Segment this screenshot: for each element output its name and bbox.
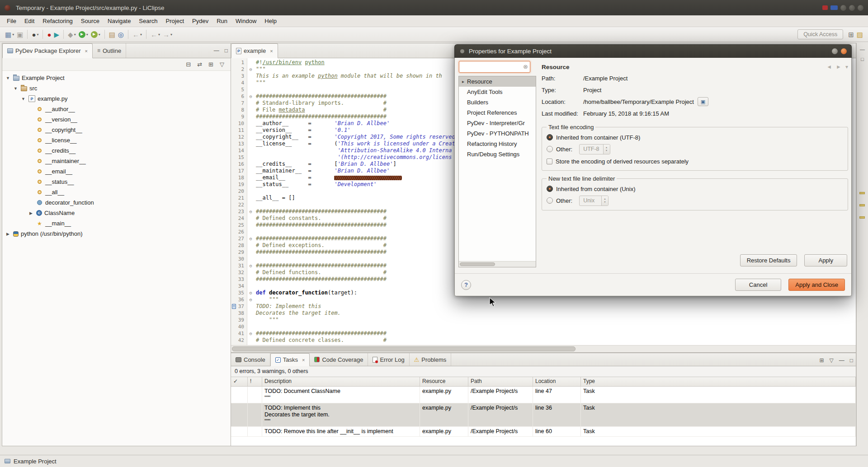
minimize-view-icon[interactable]: — — [214, 47, 219, 54]
radio-unchecked-icon[interactable] — [547, 197, 553, 204]
save-icon[interactable]: ▣ — [15, 29, 24, 40]
tree-item[interactable]: ▶CClassName — [2, 208, 231, 218]
tree-item[interactable]: ▼Pexample.py — [2, 93, 231, 104]
run-icon[interactable]: ▶▾ — [77, 29, 90, 40]
link-with-editor-icon[interactable]: ⇄ — [197, 61, 202, 68]
code-line[interactable]: 40 — [231, 323, 856, 330]
bottom-tab-problems[interactable]: Problems — [410, 353, 452, 366]
column-header-3[interactable]: Resource — [420, 377, 468, 386]
record-icon[interactable]: ● — [46, 29, 52, 40]
back-icon[interactable]: ←▾ — [149, 29, 161, 40]
code-line[interactable]: 42# Defined concrete classes. # — [231, 337, 856, 344]
fold-icon[interactable]: ⊖ — [247, 290, 254, 296]
view-menu-icon[interactable]: ▽ — [830, 357, 834, 364]
liclipse-perspective-icon[interactable]: ▨ — [855, 29, 864, 40]
open-resource-icon[interactable]: ▤ — [108, 29, 117, 40]
maximize-view-icon[interactable]: □ — [225, 47, 228, 54]
clear-filter-icon[interactable]: ⊗ — [523, 63, 528, 70]
view-layout-icon[interactable]: ⊞ — [208, 61, 213, 68]
fold-icon[interactable]: ⊖ — [247, 235, 254, 242]
menu-edit[interactable]: Edit — [20, 16, 38, 26]
menu-pydev[interactable]: Pydev — [188, 16, 212, 26]
minimize-view-icon[interactable]: — — [839, 357, 844, 364]
run-last-icon[interactable]: ▶ — [53, 29, 61, 40]
column-header-1[interactable]: ! — [248, 377, 262, 386]
checkbox-icon[interactable] — [547, 159, 552, 164]
last-edit-location-icon[interactable]: ←▾ — [131, 29, 143, 40]
code-line[interactable]: 37TODO: Implement this — [231, 303, 856, 310]
encoding-other-radio[interactable]: Other: UTF-8 ▴▾ — [547, 143, 843, 155]
menu-refactoring[interactable]: Refactoring — [38, 16, 76, 26]
code-line[interactable]: 36⊖ """ — [231, 296, 856, 303]
task-row[interactable]: TODO: Document ClassName"""example.py/Ex… — [231, 387, 856, 403]
category-builders[interactable]: Builders — [459, 97, 536, 107]
tree-item[interactable]: __status__ — [2, 177, 231, 187]
dialog-titlebar[interactable]: Properties for Example Project — [454, 44, 852, 58]
tree-item[interactable]: ▼Example Project — [2, 73, 231, 83]
editor-horizontal-scrollbar[interactable] — [231, 345, 856, 352]
category-refactoring-history[interactable]: Refactoring History — [459, 139, 536, 149]
task-row[interactable]: TODO: Remove this line after __init__ is… — [231, 427, 856, 437]
minimize-editor-icon[interactable]: — — [860, 47, 865, 52]
scrollbar-thumb[interactable] — [460, 262, 495, 266]
category-list-scrollbar[interactable] — [459, 261, 536, 267]
encoding-combo[interactable]: UTF-8 ▴▾ — [579, 144, 610, 154]
show-in-system-explorer-button[interactable]: ▣ — [698, 97, 708, 106]
tree-item[interactable]: ▼src — [2, 83, 231, 93]
restore-defaults-button[interactable]: Restore Defaults — [740, 254, 797, 266]
tree-item[interactable]: __copyright__ — [2, 125, 231, 135]
radio-unchecked-icon[interactable] — [547, 146, 553, 152]
menu-help[interactable]: Help — [260, 16, 281, 26]
category-resource[interactable]: ▸Resource — [459, 76, 536, 87]
back-icon[interactable]: ◄ — [826, 64, 832, 70]
radio-checked-icon[interactable] — [547, 134, 553, 140]
close-tab-icon[interactable]: × — [85, 48, 88, 54]
category-run-debug-settings[interactable]: Run/Debug Settings — [459, 149, 536, 159]
expander-icon[interactable]: ▼ — [13, 86, 19, 91]
help-button[interactable]: ? — [461, 280, 471, 290]
new-wizard-icon[interactable]: ▦▾ — [4, 29, 15, 40]
menu-source[interactable]: Source — [77, 16, 104, 26]
scroll-lock-icon[interactable]: ⊞ — [819, 357, 824, 364]
bottom-tab-error-log[interactable]: Error Log — [368, 353, 409, 366]
category-project-references[interactable]: Project References — [459, 107, 536, 118]
category-pydev-pythonpath[interactable]: PyDev - PYTHONPATH — [459, 128, 536, 139]
menu-file[interactable]: File — [3, 16, 20, 26]
cancel-button[interactable]: Cancel — [735, 279, 781, 291]
menu-navigate[interactable]: Navigate — [104, 16, 135, 26]
tree-item[interactable]: decorator_function — [2, 197, 231, 208]
menu-run[interactable]: Run — [212, 16, 231, 26]
fold-icon[interactable]: ⊖ — [247, 208, 254, 215]
spinner-icon[interactable]: ▴▾ — [601, 196, 608, 205]
close-tab-icon[interactable]: × — [302, 357, 305, 363]
coverage-icon[interactable]: ▶▾ — [90, 29, 102, 40]
code-line[interactable]: 38Decorates the target item. — [231, 310, 856, 317]
dialog-minimize-button[interactable] — [832, 48, 838, 54]
apply-and-close-button[interactable]: Apply and Close — [788, 279, 845, 291]
bottom-tab-console[interactable]: Console — [231, 353, 270, 366]
spinner-icon[interactable]: ▴▾ — [603, 145, 610, 154]
expander-icon[interactable]: ▶ — [28, 211, 34, 215]
fold-icon[interactable]: ⊖ — [247, 262, 254, 269]
bottom-tab-tasks[interactable]: Tasks× — [270, 353, 310, 366]
category-anyedit-tools[interactable]: AnyEdit Tools — [459, 87, 536, 97]
page-menu-icon[interactable]: ▾ — [845, 64, 848, 70]
menu-window[interactable]: Window — [231, 16, 260, 26]
fold-icon[interactable]: ⊖ — [247, 66, 254, 73]
user-profile-icon[interactable]: ●▾ — [30, 29, 40, 40]
close-tab-icon[interactable]: × — [270, 48, 273, 54]
radio-checked-icon[interactable] — [547, 186, 553, 192]
fold-icon[interactable]: ⊖ — [247, 93, 254, 100]
category-pydev-interpreter-gr[interactable]: PyDev - Interpreter/Gr — [459, 118, 536, 128]
delimiter-combo[interactable]: Unix ▴▾ — [579, 196, 609, 206]
column-header-5[interactable]: Location — [533, 377, 581, 386]
maximize-view-icon[interactable]: □ — [850, 357, 853, 364]
close-window-button[interactable] — [858, 5, 863, 11]
fold-icon[interactable]: ⊖ — [247, 330, 254, 337]
tree-item[interactable]: __email__ — [2, 166, 231, 177]
explorer-tab-outline[interactable]: Outline — [93, 43, 126, 58]
tree-item[interactable]: ★__main__ — [2, 218, 231, 229]
bottom-tab-code-coverage[interactable]: Code Coverage — [310, 353, 368, 366]
code-line[interactable]: 39 """ — [231, 317, 856, 323]
minimize-window-button[interactable] — [840, 5, 846, 11]
